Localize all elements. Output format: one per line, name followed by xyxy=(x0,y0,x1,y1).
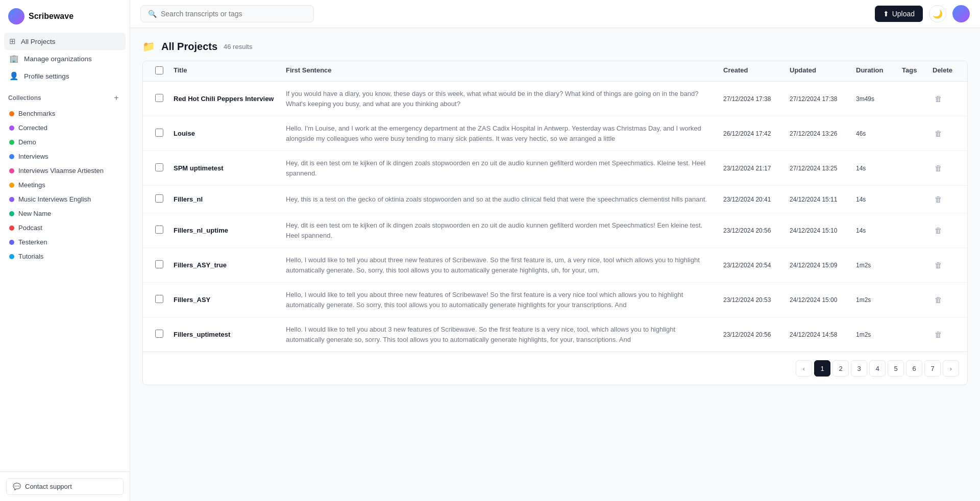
row-delete-cell: 🗑 xyxy=(928,286,959,313)
pagination-page-3[interactable]: 3 xyxy=(851,360,867,377)
row-created: 27/12/2024 17:38 xyxy=(719,88,786,110)
row-tags xyxy=(898,223,928,238)
sidebar: Scribewave ⊞ All Projects 🏢 Manage organ… xyxy=(0,0,130,501)
row-first-sentence: Hello, I would like to tell you about th… xyxy=(282,248,719,282)
table-header: Title First Sentence Created Updated Dur… xyxy=(143,61,967,82)
main-content: 🔍 ⬆ Upload 🌙 📁 All Projects 46 results xyxy=(130,0,980,501)
page-content: 📁 All Projects 46 results Title First Se… xyxy=(130,28,980,501)
pagination-prev[interactable]: ‹ xyxy=(796,360,812,377)
app-name: Scribewave xyxy=(29,12,74,21)
row-checkbox-cell xyxy=(151,121,169,145)
dark-mode-toggle[interactable]: 🌙 xyxy=(929,5,946,22)
pagination-page-6[interactable]: 6 xyxy=(906,360,922,377)
row-delete-cell: 🗑 xyxy=(928,321,959,348)
row-created: 23/12/2024 20:53 xyxy=(719,289,786,311)
pagination-page-7[interactable]: 7 xyxy=(924,360,941,377)
row-checkbox[interactable] xyxy=(155,129,163,137)
sidebar-item-label: Profile settings xyxy=(24,72,69,80)
row-tags xyxy=(898,258,928,272)
sidebar-item-corrected[interactable]: Corrected 🗑 xyxy=(3,121,127,135)
row-checkbox[interactable] xyxy=(155,295,163,303)
row-first-sentence: Hello. I'm Louise, and I work at the eme… xyxy=(282,116,719,151)
delete-button[interactable]: 🗑 xyxy=(933,293,944,306)
delete-button[interactable]: 🗑 xyxy=(933,92,944,105)
add-collection-button[interactable]: + xyxy=(111,93,121,103)
app-logo[interactable]: Scribewave xyxy=(0,0,130,31)
collection-color-dot xyxy=(9,168,14,173)
table-row: Fillers_ASY Hello, I would like to tell … xyxy=(143,283,967,317)
sidebar-item-interviews[interactable]: Interviews 🗑 xyxy=(3,149,127,163)
user-avatar[interactable] xyxy=(952,5,970,22)
search-input[interactable] xyxy=(161,10,306,18)
sidebar-item-tutorials[interactable]: Tutorials 🗑 xyxy=(3,249,127,263)
delete-button[interactable]: 🗑 xyxy=(933,162,944,174)
row-duration: 14s xyxy=(852,189,898,210)
row-checkbox[interactable] xyxy=(155,94,163,102)
row-title[interactable]: Fillers_nl_uptime xyxy=(169,219,282,241)
row-first-sentence: Hello, I would like to tell you about th… xyxy=(282,283,719,317)
row-title[interactable]: Fillers_ASY xyxy=(169,289,282,311)
delete-button[interactable]: 🗑 xyxy=(933,127,944,140)
sidebar-item-benchmarks[interactable]: Benchmarks 🗑 xyxy=(3,107,127,120)
collection-color-dot xyxy=(9,254,14,259)
table-row: Fillers_nl_uptime Hey, dit is een test o… xyxy=(143,213,967,248)
sidebar-item-music-interviews-english[interactable]: Music Interviews English 🗑 xyxy=(3,192,127,206)
row-delete-cell: 🗑 xyxy=(928,85,959,112)
delete-button[interactable]: 🗑 xyxy=(933,193,944,206)
pagination-page-5[interactable]: 5 xyxy=(888,360,904,377)
collections-header: Collections + xyxy=(0,87,130,106)
row-tags xyxy=(898,127,928,141)
sidebar-item-interviews-vlaamse-artiesten[interactable]: Interviews Vlaamse Artiesten 🗑 xyxy=(3,164,127,178)
row-title[interactable]: SPM uptimetest xyxy=(169,157,282,179)
row-duration: 14s xyxy=(852,220,898,241)
sidebar-item-manage-organizations[interactable]: 🏢 Manage organizations xyxy=(4,50,126,67)
delete-button[interactable]: 🗑 xyxy=(933,328,944,341)
table-body: Red Hot Chili Peppers Interview If you w… xyxy=(143,82,967,352)
sidebar-item-meetings[interactable]: Meetings 🗑 xyxy=(3,178,127,192)
sidebar-item-new-name[interactable]: New Name 🗑 xyxy=(3,207,127,220)
sidebar-item-podcast[interactable]: Podcast 🗑 xyxy=(3,221,127,235)
table-row: Louise Hello. I'm Louise, and I work at … xyxy=(143,116,967,151)
delete-button[interactable]: 🗑 xyxy=(933,259,944,271)
row-duration: 1m2s xyxy=(852,324,898,345)
pagination-page-1[interactable]: 1 xyxy=(814,360,830,377)
row-checkbox-cell xyxy=(151,288,169,312)
collection-color-dot xyxy=(9,183,14,188)
sidebar-item-all-projects[interactable]: ⊞ All Projects xyxy=(4,33,126,50)
delete-button[interactable]: 🗑 xyxy=(933,224,944,237)
row-title[interactable]: Fillers_uptimetest xyxy=(169,323,282,345)
row-checkbox[interactable] xyxy=(155,226,163,234)
pagination-page-4[interactable]: 4 xyxy=(869,360,886,377)
row-title[interactable]: Fillers_nl xyxy=(169,188,282,210)
row-updated: 24/12/2024 14:58 xyxy=(786,324,852,345)
row-checkbox[interactable] xyxy=(155,330,163,338)
search-bar[interactable]: 🔍 xyxy=(140,5,314,22)
collection-label: Demo xyxy=(18,138,111,146)
sidebar-item-testerken[interactable]: Testerken 🗑 xyxy=(3,235,127,249)
pagination-page-2[interactable]: 2 xyxy=(832,360,849,377)
row-duration: 46s xyxy=(852,123,898,144)
collection-label: Interviews Vlaamse Artiesten xyxy=(18,167,111,174)
row-updated: 27/12/2024 17:38 xyxy=(786,88,852,110)
collections-label: Collections xyxy=(8,94,41,102)
contact-support-button[interactable]: 💬 Contact support xyxy=(6,478,124,495)
row-title[interactable]: Louise xyxy=(169,122,282,144)
page-header: 📁 All Projects 46 results xyxy=(142,40,968,53)
row-first-sentence: Hey, this is a test on the gecko of okti… xyxy=(282,187,719,212)
sidebar-bottom: 💬 Contact support xyxy=(0,471,130,501)
row-title[interactable]: Fillers_ASY_true xyxy=(169,254,282,276)
row-checkbox[interactable] xyxy=(155,194,163,203)
row-checkbox[interactable] xyxy=(155,260,163,268)
row-first-sentence: Hello. I would like to tell you about 3 … xyxy=(282,317,719,352)
select-all-checkbox[interactable] xyxy=(155,66,163,74)
table-row: SPM uptimetest Hey, dit is een test om t… xyxy=(143,151,967,186)
upload-button[interactable]: ⬆ Upload xyxy=(875,6,923,22)
pagination-next[interactable]: › xyxy=(943,360,959,377)
row-title[interactable]: Red Hot Chili Peppers Interview xyxy=(169,88,282,110)
row-created: 23/12/2024 21:17 xyxy=(719,158,786,179)
row-checkbox[interactable] xyxy=(155,163,163,171)
collection-label: New Name xyxy=(18,210,111,217)
sidebar-item-demo[interactable]: Demo 🗑 xyxy=(3,135,127,149)
sidebar-item-profile-settings[interactable]: 👤 Profile settings xyxy=(4,67,126,85)
collection-color-dot xyxy=(9,211,14,216)
